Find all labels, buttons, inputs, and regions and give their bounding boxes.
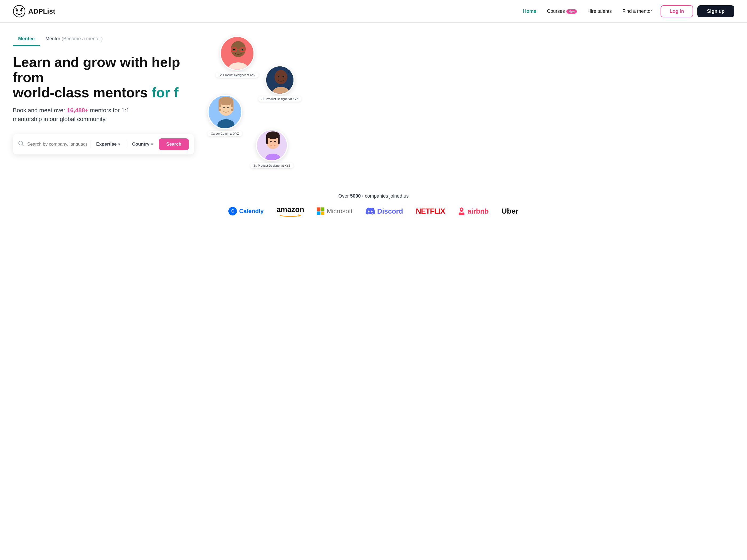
avatar-label-1: Sr. Product Designer at XYZ <box>215 72 259 78</box>
expertise-filter[interactable]: Expertise ▾ <box>94 141 123 147</box>
svg-point-32 <box>270 141 272 142</box>
companies-section: Over 5000+ companies joined us C Calendl… <box>0 183 747 225</box>
nav-link-home[interactable]: Home <box>523 8 536 14</box>
login-button[interactable]: Log In <box>661 5 693 17</box>
logo-discord: Discord <box>365 207 403 215</box>
courses-badge: New <box>566 9 577 14</box>
airbnb-name: airbnb <box>467 207 488 215</box>
avatar-label-2: Sr. Product Designer at XYZ <box>258 96 302 102</box>
microsoft-name: Microsoft <box>327 208 353 215</box>
nav-links: Home CoursesNew Hire talents Find a ment… <box>523 8 652 14</box>
avatar-label-4: Sr. Product Designer at XYZ <box>250 163 293 168</box>
svg-point-13 <box>275 70 287 84</box>
avatar-person-3 <box>209 96 242 129</box>
expertise-chevron-icon: ▾ <box>118 142 120 146</box>
nav-item-courses[interactable]: CoursesNew <box>547 8 577 14</box>
tab-mentor[interactable]: Mentor (Become a mentor) <box>40 33 108 46</box>
logo-uber: Uber <box>501 207 519 215</box>
adplist-logo-icon <box>13 5 26 18</box>
hero-left: Mentee Mentor (Become a mentor) Learn an… <box>13 33 200 177</box>
svg-point-3 <box>19 141 23 145</box>
nav-link-hire[interactable]: Hire talents <box>588 8 612 14</box>
svg-point-10 <box>242 49 243 50</box>
logo-netflix: NETFLIX <box>416 207 445 215</box>
svg-point-24 <box>223 107 225 108</box>
uber-name: Uber <box>501 207 519 215</box>
svg-point-22 <box>219 107 222 109</box>
avatar-person-4 <box>257 130 288 161</box>
signup-button[interactable]: Sign up <box>697 5 734 17</box>
avatar-card-1: Sr. Product Designer at XYZ <box>215 36 259 78</box>
netflix-name: NETFLIX <box>416 207 445 215</box>
svg-point-2 <box>20 9 22 11</box>
calendly-icon: C <box>228 207 237 215</box>
hero-heading: Learn and grow with help from world-clas… <box>13 55 200 101</box>
discord-icon <box>365 208 375 215</box>
amazon-arrow-icon <box>280 214 301 217</box>
country-filter[interactable]: Country ▾ <box>129 141 156 147</box>
avatar-person-2 <box>266 66 294 95</box>
svg-point-0 <box>14 5 25 17</box>
search-button[interactable]: Search <box>159 138 189 150</box>
search-divider-2 <box>126 140 126 148</box>
company-logos: C Calendly amazon Microsoft <box>13 205 734 217</box>
avatar-card-4: Sr. Product Designer at XYZ <box>250 129 293 168</box>
logo-microsoft: Microsoft <box>317 208 353 215</box>
svg-point-9 <box>233 49 235 50</box>
airbnb-icon <box>458 207 465 215</box>
nav-auth: Log In Sign up <box>661 5 734 17</box>
svg-point-19 <box>218 97 233 105</box>
logo-calendly: C Calendly <box>228 207 264 215</box>
logo-link[interactable]: ADPList <box>13 5 55 18</box>
companies-text: Over 5000+ companies joined us <box>13 193 734 199</box>
hero-section: Mentee Mentor (Become a mentor) Learn an… <box>0 23 747 183</box>
hero-avatars: Sr. Product Designer at XYZ Sr. Product … <box>200 33 312 177</box>
microsoft-grid-icon <box>317 208 325 215</box>
search-bar: Expertise ▾ Country ▾ Search <box>13 134 194 154</box>
logo-amazon: amazon <box>276 205 304 217</box>
nav-link-find-mentor[interactable]: Find a mentor <box>622 8 652 14</box>
calendly-name: Calendly <box>239 208 264 215</box>
nav-link-courses[interactable]: CoursesNew <box>547 8 577 14</box>
svg-point-29 <box>266 131 280 139</box>
hero-subtext: Book and meet over 16,488+ mentors for 1… <box>13 106 200 124</box>
logo-text: ADPList <box>28 7 55 16</box>
nav-item-home[interactable]: Home <box>523 8 536 14</box>
logo-airbnb: airbnb <box>458 207 488 215</box>
avatar-card-2: Sr. Product Designer at XYZ <box>258 65 302 102</box>
amazon-name: amazon <box>276 205 304 214</box>
svg-point-14 <box>278 76 279 77</box>
navbar: ADPList Home CoursesNew Hire talents Fin… <box>0 0 747 23</box>
svg-rect-31 <box>278 135 280 144</box>
svg-point-23 <box>231 107 233 109</box>
tab-mentee[interactable]: Mentee <box>13 33 40 46</box>
avatar-card-3: Career Coach at XYZ <box>208 95 242 136</box>
tabs: Mentee Mentor (Become a mentor) <box>13 33 200 46</box>
search-input[interactable] <box>27 141 87 147</box>
svg-rect-30 <box>266 135 268 144</box>
country-chevron-icon: ▾ <box>151 142 153 146</box>
avatar-label-3: Career Coach at XYZ <box>208 131 242 136</box>
svg-point-25 <box>227 107 229 108</box>
svg-point-33 <box>274 141 276 142</box>
discord-name: Discord <box>377 207 403 215</box>
nav-item-find-mentor[interactable]: Find a mentor <box>622 8 652 14</box>
search-icon <box>18 140 24 148</box>
nav-item-hire[interactable]: Hire talents <box>588 8 612 14</box>
search-divider <box>90 140 91 148</box>
svg-point-15 <box>283 76 284 77</box>
svg-rect-21 <box>231 101 233 111</box>
avatar-person-1 <box>221 37 255 71</box>
svg-point-1 <box>16 9 18 11</box>
svg-rect-20 <box>218 101 221 111</box>
